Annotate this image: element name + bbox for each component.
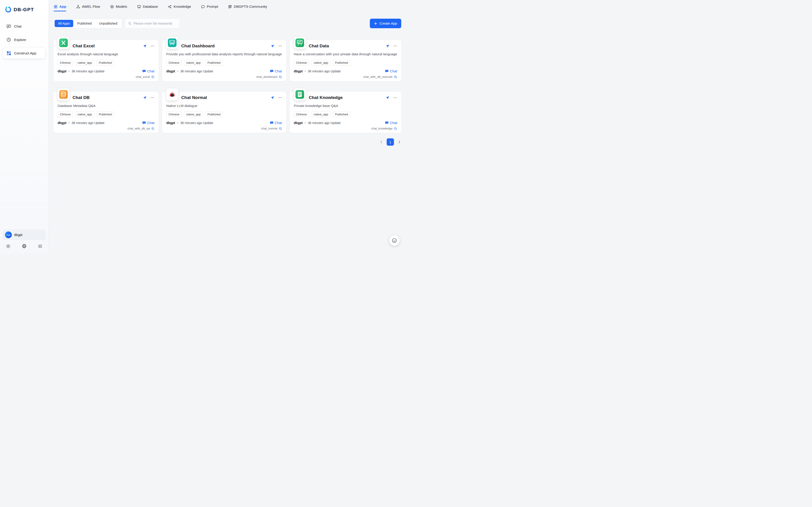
- app-card-chat-excel[interactable]: Chat Excel Excel analysis through natura…: [53, 40, 159, 81]
- pointer-icon[interactable]: [385, 44, 389, 48]
- explore-icon: [6, 37, 11, 42]
- tag: native_app: [75, 112, 95, 117]
- app-card-chat-dashboard[interactable]: Chat Dashboard Provide you with professi…: [162, 40, 286, 81]
- filter-unpublished[interactable]: Unpublished: [96, 20, 121, 27]
- app-card-chat-normal[interactable]: Chat Normal Native LLM dialogue Chinese …: [162, 92, 286, 133]
- copy-icon[interactable]: [394, 75, 397, 78]
- tab-knowledge[interactable]: Knowledge: [168, 0, 191, 13]
- copy-icon[interactable]: [279, 75, 282, 78]
- tab-database[interactable]: Database: [137, 0, 158, 13]
- chat-button[interactable]: Chat: [142, 69, 154, 73]
- chat-data-icon: [296, 39, 304, 47]
- app-card-chat-knowledge[interactable]: Chat Knowledge Private knowledge base Q&…: [290, 92, 401, 133]
- tag-row: Chinese native_app Published: [166, 112, 282, 117]
- chat-button[interactable]: Chat: [270, 121, 282, 125]
- tag: Chinese: [58, 60, 73, 65]
- app-icon: [166, 89, 178, 100]
- tag-row: Chinese native_app Published: [294, 112, 397, 117]
- tab-awel-flow[interactable]: AWEL Flow: [76, 0, 100, 13]
- collapse-sidebar-button[interactable]: [38, 244, 43, 248]
- copy-icon[interactable]: [151, 75, 154, 78]
- chat-bubble-icon: [270, 121, 273, 124]
- copy-icon[interactable]: [279, 127, 282, 130]
- app-title: Chat Normal: [181, 95, 207, 100]
- search-box[interactable]: [125, 19, 180, 28]
- feedback-button[interactable]: [389, 235, 399, 246]
- separator-dot: •: [177, 69, 178, 73]
- avatar: dbgpt: [5, 231, 12, 238]
- prompt-bubble-icon: [201, 5, 205, 9]
- pointer-icon[interactable]: [385, 96, 389, 100]
- user-profile[interactable]: dbgpt dbgpt: [3, 230, 46, 240]
- tab-dbgpts-community[interactable]: DBGPTS Community: [228, 0, 267, 13]
- filter-published[interactable]: Published: [74, 20, 95, 27]
- chat-button[interactable]: Chat: [385, 121, 397, 125]
- filter-all-apps[interactable]: All Apps: [55, 20, 73, 27]
- chat-button-label: Chat: [390, 69, 397, 73]
- tag: native_app: [75, 60, 95, 65]
- more-menu-icon[interactable]: [150, 44, 154, 48]
- separator-dot: •: [177, 121, 178, 125]
- sidebar: DB-GPT Chat Explore Construct App: [0, 0, 49, 253]
- page-1-button[interactable]: 1: [387, 138, 394, 146]
- copy-icon[interactable]: [151, 127, 154, 130]
- create-app-button[interactable]: Create App: [370, 19, 401, 28]
- user-name: dbgpt: [14, 233, 22, 237]
- tag: Published: [97, 60, 114, 65]
- sidebar-item-label: Explore: [14, 38, 26, 42]
- app-title: Chat Dashboard: [181, 44, 215, 49]
- tag: Published: [97, 112, 114, 117]
- scene-name: chat_excel: [136, 75, 150, 78]
- tab-app[interactable]: App: [54, 0, 66, 13]
- pointer-icon[interactable]: [270, 96, 274, 100]
- chat-button[interactable]: Chat: [270, 69, 282, 73]
- chat-icon: [6, 24, 11, 29]
- prev-page-button[interactable]: [379, 140, 383, 144]
- more-menu-icon[interactable]: [278, 44, 282, 48]
- content-area: All Apps Published Unpublished Create Ap…: [49, 13, 406, 253]
- app-card-chat-data[interactable]: Chat Data Have a conversation with your …: [290, 40, 401, 81]
- sidebar-item-construct-app[interactable]: Construct App: [3, 48, 45, 58]
- separator-dot: •: [305, 121, 306, 125]
- pointer-icon[interactable]: [143, 96, 147, 100]
- more-menu-icon[interactable]: [393, 96, 397, 100]
- sidebar-item-chat[interactable]: Chat: [3, 21, 45, 32]
- knowledge-share-icon: [168, 5, 172, 9]
- tag: Chinese: [166, 60, 182, 65]
- pointer-icon[interactable]: [143, 44, 147, 48]
- copy-icon[interactable]: [394, 127, 397, 130]
- tag-row: Chinese native_app Published: [58, 112, 154, 117]
- chat-button-label: Chat: [275, 121, 282, 125]
- sidebar-item-label: Chat: [14, 24, 21, 29]
- app-owner: dbgpt: [294, 121, 303, 125]
- brand-logo[interactable]: DB-GPT: [0, 0, 49, 21]
- language-button[interactable]: [22, 244, 26, 248]
- more-menu-icon[interactable]: [150, 96, 154, 100]
- tab-label: Database: [143, 5, 158, 9]
- more-menu-icon[interactable]: [278, 96, 282, 100]
- sidebar-footer: [3, 240, 46, 252]
- models-cube-icon: [110, 5, 114, 9]
- tab-label: App: [59, 5, 66, 9]
- app-grid-icon: [54, 5, 58, 9]
- pointer-icon[interactable]: [270, 44, 274, 48]
- chat-bubble-icon: [270, 69, 273, 73]
- more-menu-icon[interactable]: [393, 44, 397, 48]
- theme-toggle-button[interactable]: [6, 244, 10, 248]
- search-input[interactable]: [133, 21, 177, 25]
- sidebar-item-explore[interactable]: Explore: [3, 34, 45, 45]
- chat-button[interactable]: Chat: [142, 121, 154, 125]
- app-card-chat-db[interactable]: Chat DB Database Metadata Q&A Chinese na…: [53, 92, 159, 133]
- tab-label: Knowledge: [174, 5, 191, 9]
- app-owner: dbgpt: [58, 69, 66, 73]
- tab-prompt[interactable]: Prompt: [201, 0, 218, 13]
- app-icon: [58, 37, 69, 49]
- database-monitor-icon: [137, 5, 141, 9]
- next-page-button[interactable]: [397, 140, 401, 144]
- app-title: Chat Excel: [73, 44, 95, 49]
- chat-button[interactable]: Chat: [385, 69, 397, 73]
- tab-label: DBGPTS Community: [234, 5, 267, 9]
- tab-models[interactable]: Models: [110, 0, 127, 13]
- app-description: Provide you with professional data analy…: [166, 52, 282, 56]
- app-updated: 36 minutes ago Update: [308, 69, 341, 73]
